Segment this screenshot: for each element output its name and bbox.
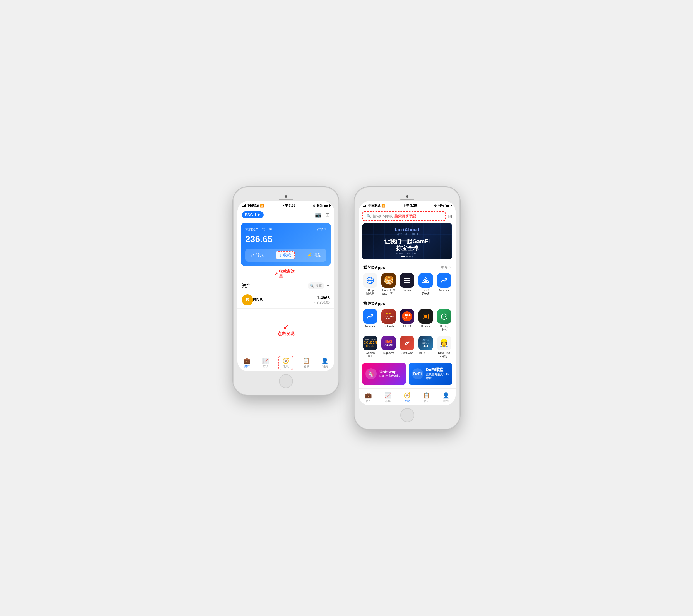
- camera-right: [406, 195, 409, 198]
- dapp-bscswap[interactable]: BSCSWAP: [417, 273, 435, 295]
- network-badge[interactable]: BSC-1: [242, 212, 264, 218]
- bluebet-icon: 周年庆 BLUE BET: [418, 336, 433, 351]
- camera-icon[interactable]: 📷: [315, 212, 321, 218]
- scan-icon-r[interactable]: ⊞: [448, 213, 452, 219]
- bounce-label: Bounce: [402, 289, 412, 292]
- banner-title: 让我们一起GamFi 掠宝全球: [384, 238, 430, 251]
- biggame-icon: BiG GAME: [381, 336, 396, 351]
- r-carrier: 中国联通: [368, 204, 380, 208]
- dapp-bluebet[interactable]: 周年庆 BLUE BET BLUEBET: [417, 336, 435, 358]
- loot-banner[interactable]: LootGlobal 游戏 NFT DeFi 让我们一起GamFi 掠宝全球 2…: [362, 223, 452, 259]
- dapp-goldenbull[interactable]: TRX&EOS GOLDEN BULL GoldenBull: [361, 336, 379, 358]
- dapp-dfs[interactable]: DFS DFS大丰收: [435, 309, 453, 332]
- dapp-newdex2[interactable]: Newdex: [361, 309, 379, 332]
- home-button-right[interactable]: [400, 408, 414, 422]
- banner-tag-nft: NFT: [404, 232, 410, 236]
- nav-market[interactable]: 📈 市场: [260, 356, 271, 370]
- bnb-asset-item[interactable]: B BNB 1.4963 ≈ ¥ 236.65: [237, 292, 334, 309]
- bounce-icon: [400, 273, 414, 287]
- r-nav-market[interactable]: 📈 市场: [382, 391, 394, 404]
- home-button-left[interactable]: [279, 374, 293, 388]
- bnb-logo-icon: B: [242, 294, 253, 305]
- svg-rect-10: [424, 315, 427, 318]
- bethash-icon: Bet# BETTING CPU: [381, 309, 396, 324]
- search-input[interactable]: 🔍 搜索DApp或 搜索薄饼玩耍: [362, 212, 446, 221]
- nav-assets[interactable]: 💼 资产: [241, 356, 253, 370]
- defibox-label: Defibox: [421, 325, 431, 328]
- header-icons: 📷 ⊞: [315, 212, 330, 218]
- dapp-pancake[interactable]: 🥞 PancakeSwap（薄…: [380, 273, 398, 295]
- asset-card-top: 我的资产（¥） 👁 详情 >: [245, 227, 326, 232]
- r-signal-icon: [363, 204, 368, 207]
- dfs-icon: DFS: [437, 309, 451, 324]
- eye-icon[interactable]: 👁: [269, 227, 272, 231]
- left-status-bar: 中国联通 📶 下午 3:26 ⊕ 46%: [237, 201, 334, 209]
- defi-name: DeFi课堂: [426, 367, 449, 373]
- bnb-amount: 1.4963: [314, 295, 330, 300]
- banner-content: LootGlobal 游戏 NFT DeFi 让我们一起GamFi 掠宝全球 2…: [384, 228, 430, 255]
- dapp-felix[interactable]: FREECAT FELIX: [398, 309, 416, 332]
- right-phone: 中国联通 📶 下午 3:26 ⊕ 46% 🔍 搜索DApp或 搜索薄饼玩耍: [355, 187, 459, 429]
- receive-label: 收款: [283, 253, 291, 258]
- promo-uniswap[interactable]: 🦄 Uniswap DeFi牛市发动机: [362, 363, 406, 385]
- receive-arrow-icon: ↗: [274, 271, 278, 277]
- scan-icon[interactable]: ⊞: [325, 212, 330, 218]
- promo-defi[interactable]: DeFi DeFi课堂 汇聚全网最火DeFi教程: [409, 363, 453, 385]
- receive-btn[interactable]: ↓ 收款: [276, 251, 295, 259]
- assets-nav-label: 资产: [244, 365, 250, 369]
- carrier-left: 中国联通: [247, 204, 259, 208]
- dapp-newdex[interactable]: Newdex: [435, 273, 453, 295]
- nav-news[interactable]: 📋 资讯: [300, 356, 312, 370]
- bluebet-label: BLUEBET: [419, 352, 432, 355]
- search-placeholder-text: 搜索DApp或: [373, 214, 393, 219]
- rec-dapps-title: 推荐DApps: [363, 301, 385, 306]
- defibox-icon: [418, 309, 433, 324]
- discover-nav-label: 发现: [283, 365, 289, 369]
- r-nav-assets[interactable]: 💼 资产: [363, 391, 374, 404]
- r-nav-profile[interactable]: 👤 我的: [440, 391, 452, 404]
- dapp-dmd[interactable]: 👷 Dmd.Finance(钻…: [435, 336, 453, 358]
- nav-discover[interactable]: 🧭 发现: [278, 356, 293, 370]
- banner-title-1: 让我们一起GamFi: [384, 238, 430, 245]
- justswap-label: JustSwap: [401, 352, 413, 355]
- promo-row: 🦄 Uniswap DeFi牛市发动机 DeFi DeFi课堂 汇聚全网最火De…: [359, 361, 456, 389]
- search-bar-wrapper: 🔍 搜索DApp或 搜索薄饼玩耍 ⊞: [359, 209, 456, 223]
- asset-detail-link[interactable]: 详情 >: [317, 227, 326, 232]
- defi-text: DeFi课堂 汇聚全网最火DeFi教程: [426, 367, 449, 380]
- my-dapps-more[interactable]: 更多 >: [441, 265, 451, 270]
- nav-profile[interactable]: 👤 我的: [319, 356, 331, 370]
- discover-arrow-icon: ↙: [283, 323, 289, 330]
- rec-dapps-header: 推荐DApps: [359, 299, 456, 308]
- flash-icon: ⚡: [307, 253, 312, 258]
- dapp-justswap[interactable]: JustSwap: [398, 336, 416, 358]
- dapp-defibox[interactable]: Defibox: [417, 309, 435, 332]
- r-market-nav-label: 市场: [385, 399, 391, 403]
- asset-search-box[interactable]: 🔍 搜索: [308, 282, 324, 289]
- assets-nav-icon: 💼: [243, 357, 250, 364]
- asset-list-header: 资产 🔍 搜索 +: [237, 279, 334, 292]
- discover-annotation: 点击发现: [278, 331, 294, 336]
- left-bottom-nav: 💼 资产 📈 市场 🧭 发现 📋 资讯 👤 我的: [237, 353, 334, 371]
- r-nav-news[interactable]: 📋 资讯: [421, 391, 432, 404]
- asset-amount: 236.65: [245, 234, 326, 244]
- bscswap-label: BSCSWAP: [421, 289, 430, 295]
- dot-2: [406, 256, 408, 257]
- dapp-biggame[interactable]: BiG GAME BigGame: [380, 336, 398, 358]
- search-highlight-text: 搜索薄饼玩耍: [395, 214, 416, 219]
- asset-actions: ⇄ 转账 ↓ 收款 ⚡ 闪兑: [245, 249, 326, 262]
- defi-desc: 汇聚全网最火DeFi教程: [426, 373, 449, 380]
- dapp-bethash[interactable]: Bet# BETTING CPU Bethash: [380, 309, 398, 332]
- justswap-icon: [400, 336, 414, 351]
- my-dapps-grid: DApp浏览器 🥞 PancakeSwap（薄…: [359, 272, 456, 299]
- add-asset-icon[interactable]: +: [326, 283, 330, 289]
- flash-btn[interactable]: ⚡ 闪兑: [303, 251, 324, 259]
- transfer-btn[interactable]: ⇄ 转账: [248, 251, 267, 259]
- divider-2: [299, 252, 299, 258]
- receive-icon: ↓: [280, 253, 281, 258]
- r-nav-discover[interactable]: 🧭 发现: [401, 391, 413, 404]
- dapp-browser[interactable]: DApp浏览器: [361, 273, 379, 295]
- annotation-spacer: ↙ 点击发现: [237, 309, 334, 353]
- r-battery-pct: 46%: [438, 204, 444, 207]
- r-location-icon: ⊕: [434, 204, 437, 207]
- dapp-bounce[interactable]: Bounce: [398, 273, 416, 295]
